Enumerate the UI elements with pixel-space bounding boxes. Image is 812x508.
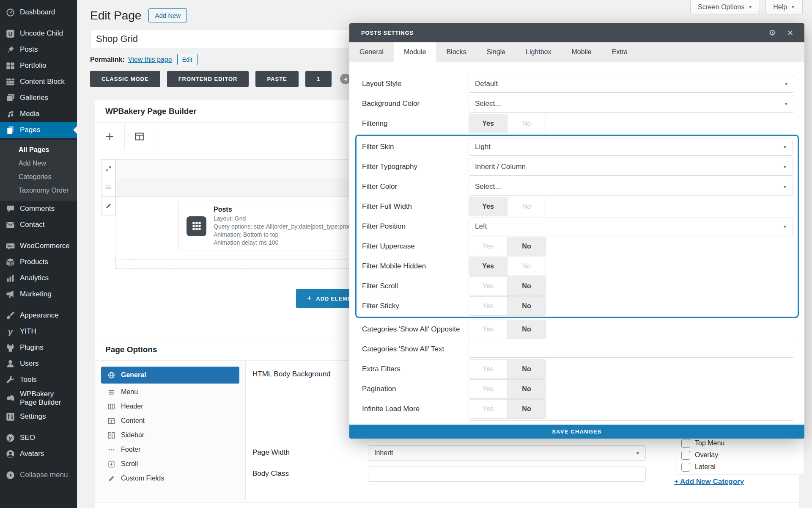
sidebar-item-avatars[interactable]: Avatars: [0, 446, 77, 462]
yes-option[interactable]: Yes: [469, 277, 508, 295]
view-this-page-link[interactable]: View this page: [128, 56, 172, 64]
classic-mode-button[interactable]: CLASSIC MODE: [90, 71, 160, 87]
sidebar-item-dashboard[interactable]: Dashboard: [0, 4, 77, 20]
no-option[interactable]: No: [508, 400, 546, 418]
page-options-tab-custom-fields[interactable]: Custom Fields: [101, 471, 239, 486]
permalink-row: Permalink: View this page Edit: [90, 54, 198, 65]
sidebar-item-users[interactable]: Users: [0, 356, 77, 372]
sidebar-item-seo[interactable]: ySEO: [0, 430, 77, 446]
sidebar-item-marketing[interactable]: Marketing: [0, 286, 77, 302]
no-option[interactable]: No: [508, 277, 546, 295]
add-new-button[interactable]: Add New: [148, 8, 187, 22]
no-option[interactable]: No: [508, 114, 546, 133]
modal-tab-single[interactable]: Single: [477, 42, 516, 62]
no-option[interactable]: No: [508, 380, 546, 398]
row-layout-button[interactable]: [101, 178, 115, 197]
submenu-item-taxonomy-order[interactable]: Taxonomy Order: [0, 184, 77, 197]
sidebar-item-collapse-menu[interactable]: Collapse menu: [0, 467, 77, 483]
category-row-lateral[interactable]: Lateral: [681, 461, 804, 473]
no-option[interactable]: No: [508, 320, 546, 339]
modal-tab-blocks[interactable]: Blocks: [436, 42, 476, 62]
no-option[interactable]: No: [508, 297, 546, 315]
frontend-editor-button[interactable]: FRONTEND EDITOR: [167, 71, 249, 87]
yes-option[interactable]: Yes: [469, 237, 508, 256]
filter-skin-select[interactable]: Light▼: [469, 138, 793, 156]
sidebar-item-plugins[interactable]: Plugins: [0, 340, 77, 356]
background-color-select[interactable]: Select...▼: [469, 95, 794, 113]
sidebar-item-settings[interactable]: Settings: [0, 409, 77, 425]
sidebar-item-portfolio[interactable]: Portfolio: [0, 58, 77, 74]
page-options-tab-content[interactable]: Content: [101, 414, 239, 428]
page-options-tab-menu[interactable]: Menu: [101, 385, 239, 399]
sidebar-item-uncode-child[interactable]: UUncode Child: [0, 25, 77, 41]
templates-icon-button[interactable]: [125, 123, 154, 150]
modal-tab-general[interactable]: General: [349, 42, 394, 62]
modal-tab-module[interactable]: Module: [394, 42, 436, 62]
sidebar-item-comments[interactable]: Comments: [0, 201, 77, 217]
page-options-tab-footer[interactable]: Footer: [101, 442, 239, 457]
sidebar-item-products[interactable]: Products: [0, 254, 77, 270]
modal-tab-lightbox[interactable]: Lightbox: [516, 42, 562, 62]
add-new-category-link[interactable]: + Add New Category: [674, 478, 744, 486]
yes-option[interactable]: Yes: [469, 320, 508, 339]
body-class-input[interactable]: [368, 467, 646, 482]
yes-option[interactable]: Yes: [469, 360, 508, 378]
1-button[interactable]: 1: [305, 71, 332, 87]
no-option[interactable]: No: [508, 257, 546, 276]
field-extra-filters: Extra FiltersYesNo: [362, 359, 794, 379]
sidebar-item-wpbakery-page-builder[interactable]: WPBakery Page Builder: [0, 388, 77, 409]
yes-option[interactable]: Yes: [469, 257, 508, 276]
screen-options-button[interactable]: Screen Options ▼: [690, 0, 760, 14]
page-options-tab-general[interactable]: General: [101, 367, 239, 384]
yes-option[interactable]: Yes: [469, 114, 508, 133]
layout-style-select[interactable]: Default▼: [469, 75, 794, 93]
page-options-tab-sidebar[interactable]: Sidebar: [101, 428, 239, 442]
sidebar-item-analytics[interactable]: Analytics: [0, 270, 77, 286]
uncode-icon: U: [6, 29, 15, 38]
help-button[interactable]: Help ▼: [765, 0, 803, 14]
add-element-icon-button[interactable]: [95, 123, 125, 150]
submenu-item-categories[interactable]: Categories: [0, 170, 77, 184]
move-row-handle[interactable]: [101, 159, 115, 178]
page-width-select[interactable]: Inherit ▼: [368, 445, 646, 461]
checkbox-icon[interactable]: [681, 451, 690, 460]
sidebar-item-media[interactable]: Media: [0, 106, 77, 122]
page-options-tab-scroll[interactable]: Scroll: [101, 457, 239, 471]
paste-button[interactable]: PASTE: [255, 71, 298, 87]
checkbox-icon[interactable]: [681, 439, 690, 448]
filter-position-select[interactable]: Left▼: [469, 218, 793, 235]
sidebar-item-appearance[interactable]: Appearance: [0, 307, 77, 323]
submenu-item-add-new[interactable]: Add New: [0, 157, 77, 170]
yes-option[interactable]: Yes: [469, 297, 508, 315]
filter-color-select[interactable]: Select...▼: [469, 178, 793, 196]
sidebar-item-content-block[interactable]: Content Block: [0, 74, 77, 90]
page-options-tab-header[interactable]: Header: [101, 399, 239, 414]
sidebar-item-contact[interactable]: Contact: [0, 217, 77, 233]
element-title: Posts: [214, 206, 359, 213]
no-option[interactable]: No: [508, 197, 546, 216]
sidebar-item-galleries[interactable]: Galleries: [0, 90, 77, 106]
category-row-top-menu[interactable]: Top Menu: [681, 437, 804, 449]
sidebar-item-woocommerce[interactable]: WooWooCommerce: [0, 238, 77, 254]
categories-show-all-text-input[interactable]: [469, 341, 794, 358]
category-row-overlay[interactable]: Overlay: [681, 449, 804, 461]
sidebar-item-tools[interactable]: Tools: [0, 372, 77, 388]
gear-icon[interactable]: ⚙: [769, 28, 776, 38]
no-option[interactable]: No: [508, 360, 546, 378]
edit-row-button[interactable]: [101, 196, 115, 215]
checkbox-icon[interactable]: [681, 463, 690, 472]
filter-typography-select[interactable]: Inherit / Column▼: [469, 158, 793, 176]
submenu-item-all-pages[interactable]: All Pages: [0, 143, 77, 157]
close-icon[interactable]: ✕: [787, 28, 793, 38]
yes-option[interactable]: Yes: [469, 400, 508, 418]
no-option[interactable]: No: [508, 237, 546, 256]
modal-tab-mobile[interactable]: Mobile: [562, 42, 602, 62]
sidebar-item-yith[interactable]: yYITH: [0, 323, 77, 340]
yes-option[interactable]: Yes: [469, 197, 508, 216]
modal-tab-extra[interactable]: Extra: [602, 42, 638, 62]
save-changes-button[interactable]: SAVE CHANGES: [349, 425, 804, 439]
edit-permalink-button[interactable]: Edit: [177, 54, 198, 65]
yes-option[interactable]: Yes: [469, 380, 508, 398]
sidebar-item-pages[interactable]: Pages: [0, 122, 77, 138]
sidebar-item-posts[interactable]: Posts: [0, 41, 77, 58]
